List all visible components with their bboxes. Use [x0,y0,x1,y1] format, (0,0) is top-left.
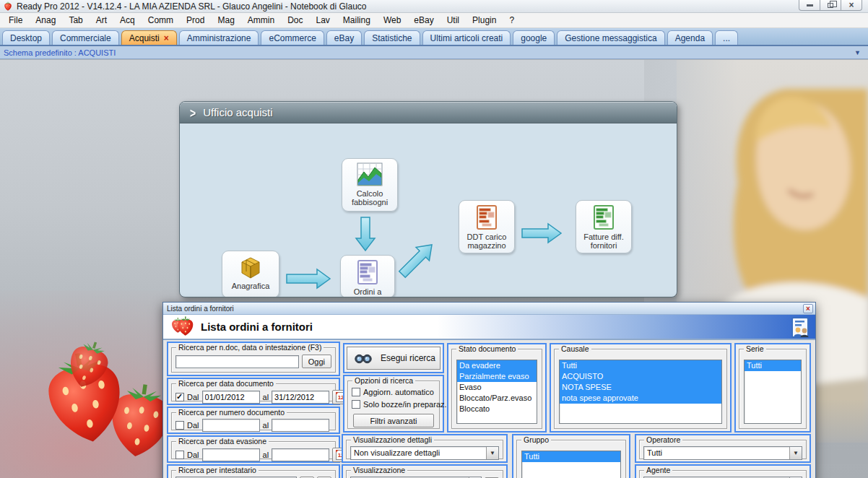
chart-icon [357,162,383,187]
menu-item[interactable]: Art [90,14,113,27]
solo-bozze-checkbox[interactable] [352,400,360,409]
lista-ordini-dialog: Lista ordini a fornitori × Lista ordini … [162,302,816,478]
menu-item[interactable]: Tab [62,14,89,27]
menu-item[interactable]: Util [440,14,466,27]
serie-listbox[interactable]: Tutti [744,360,802,424]
solo-bozze-label: Solo bozze/in preparaz. [363,400,447,409]
node-ordini-a[interactable]: Ordini a [340,255,395,297]
dal-label: Dal [187,451,199,459]
window-controls: × [799,0,862,11]
window-title: Ready Pro 2012 - V14.12.4 - LA MIA AZIEN… [17,1,366,12]
dropdown-arrow-icon[interactable]: ▼ [789,447,802,459]
filtri-avanzati-button[interactable]: Filtri avanzati [353,414,434,427]
minimize-button[interactable] [799,0,820,11]
panel-visualizzazione-dettagli: Visualizzazione dettagli Non visualizzar… [342,434,508,463]
tab[interactable]: Gestione messaggistica [557,30,664,45]
data-evasione-al-input[interactable] [272,448,329,461]
oggi-button[interactable]: Oggi [302,355,331,368]
aggiorn-automatico-checkbox[interactable] [352,388,360,396]
orange-document-icon [475,204,498,230]
tab[interactable]: eBay [326,30,362,45]
operatore-dropdown[interactable]: Tutti ▼ [643,446,802,460]
ufficio-acquisti-header[interactable]: > Ufficio acquisti [180,102,677,123]
menu-item[interactable]: eBay [407,14,440,27]
purple-document-icon [356,259,379,285]
ufficio-acquisti-panel: > Ufficio acquisti Calcolo fa [179,101,677,297]
tab[interactable]: Acquisti × [121,30,177,45]
window-titlebar: Ready Pro 2012 - V14.12.4 - LA MIA AZIEN… [0,0,868,13]
numero-documento-al-input[interactable] [272,419,329,432]
menu-item[interactable]: File [2,14,29,27]
dialog-title: Lista ordini a fornitori [167,305,234,313]
data-documento-checkbox[interactable] [175,393,184,401]
node-label: Calcolo fabbisogni [342,189,397,207]
operatore-value: Tutti [644,447,789,459]
list-item[interactable]: Da evadere [457,360,537,371]
list-item[interactable]: Evaso [457,382,537,393]
list-item[interactable]: Bloccato [457,404,537,414]
data-evasione-dal-input[interactable] [202,448,260,461]
tab[interactable]: Agenda [667,30,713,45]
close-button[interactable]: × [841,0,862,11]
list-item[interactable]: Parzialmente evaso [457,371,537,382]
tab[interactable]: ... [715,30,738,45]
numero-documento-dal-input[interactable] [202,419,260,432]
schema-dropdown-arrow-icon[interactable]: ▼ [854,49,861,56]
stato-documento-listbox[interactable]: Da evadereParzialmente evasoEvasoBloccat… [456,360,537,424]
causale-listbox[interactable]: TuttiACQUISTONOTA SPESEnota spese approv… [559,360,722,424]
tab[interactable]: Statistiche [364,30,420,45]
menu-item[interactable]: Mag [211,14,240,27]
menu-item[interactable]: Lav [310,14,337,27]
dialog-close-button[interactable]: × [803,304,813,313]
data-documento-dal-input[interactable] [202,391,260,404]
suppliers-report-icon[interactable] [791,317,810,338]
numero-documento-checkbox[interactable] [175,421,184,430]
node-fatture-diff-fornitori[interactable]: Fatture diff. fornitori [576,200,632,253]
list-item[interactable]: Tutti [560,360,721,371]
list-item[interactable]: NOTA SPESE [560,382,721,393]
green-document-icon [592,204,615,230]
menu-item[interactable]: Ammin [241,14,281,27]
esegui-ricerca-button[interactable]: Esegui ricerca [347,347,440,370]
tab[interactable]: Ultimi articoli creati [422,30,511,45]
menu-item[interactable]: Acq [113,14,142,27]
dialog-titlebar[interactable]: Lista ordini a fornitori × [163,303,815,315]
al-label: al [263,451,269,459]
group-label: Ricerca per intestatario [176,466,259,474]
panel-causale: Causale TuttiACQUISTONOTA SPESEnota spes… [550,343,732,433]
tab[interactable]: Amministrazione [179,30,259,45]
search-doc-input[interactable] [175,355,299,368]
list-item[interactable]: nota spese approvate [560,393,721,404]
list-item[interactable]: Bloccato/Parz.evaso [457,393,537,404]
menu-item[interactable]: Doc [281,14,309,27]
menu-item[interactable]: Prod [180,14,211,27]
node-ddt-carico-magazzino[interactable]: DDT carico magazzino [459,200,515,253]
tab[interactable]: Desktop [2,30,50,45]
visualizzazione-dettagli-dropdown[interactable]: Non visualizzare dettagli ▼ [350,446,499,460]
restore-button[interactable] [820,0,841,11]
group-label: Visualizzazione [351,466,407,474]
tab[interactable]: eCommerce [261,30,324,45]
list-item[interactable]: ACQUISTO [560,371,721,382]
menu-item[interactable]: Web [377,14,407,27]
data-evasione-checkbox[interactable] [175,451,184,459]
data-documento-al-input[interactable] [272,391,329,404]
node-anagrafica[interactable]: Anagrafica [222,251,279,297]
tab[interactable]: google [513,30,555,45]
gruppo-listbox[interactable]: Tutti [521,451,621,478]
node-label: Fatture diff. fornitori [576,233,631,250]
tab-label: ... [723,33,730,43]
menu-item[interactable]: Anag [29,14,62,27]
list-item[interactable]: Tutti [522,451,620,462]
tab-label: Statistiche [372,33,412,43]
al-label: al [263,393,269,401]
menu-item[interactable]: Comm [142,14,180,27]
dropdown-arrow-icon[interactable]: ▼ [486,447,498,459]
menu-item[interactable]: ? [503,14,521,27]
tab[interactable]: Commerciale [52,30,119,45]
tab-close-icon[interactable]: × [164,35,169,42]
list-item[interactable]: Tutti [745,360,801,371]
node-calcolo-fabbisogni[interactable]: Calcolo fabbisogni [342,158,398,212]
menu-item[interactable]: Mailing [337,14,377,27]
menu-item[interactable]: Plugin [466,14,503,27]
